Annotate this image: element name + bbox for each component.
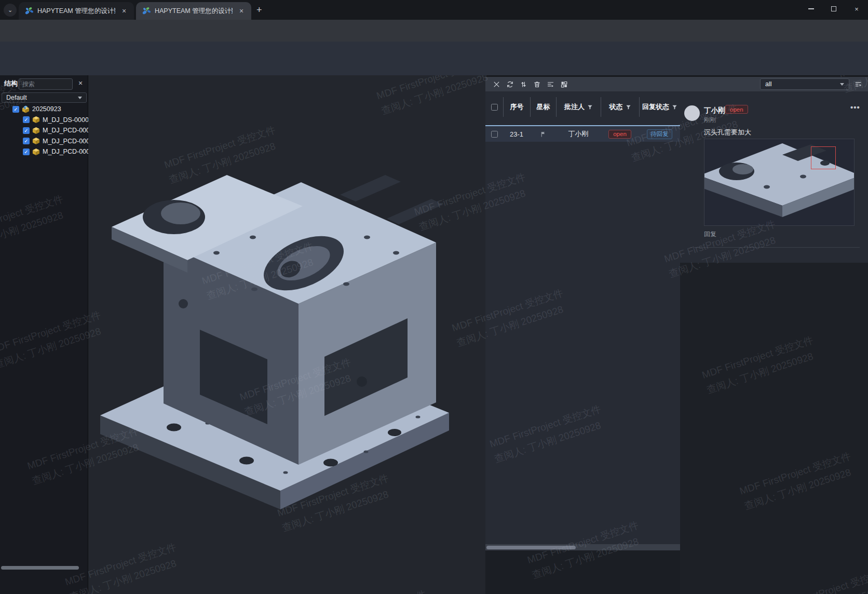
structure-sidebar: 结构 × Default ✓20250923✓M_DJ_DS-00003✓M_D… [0,75,88,594]
flag-icon[interactable] [540,131,547,138]
tree-item-label: M_DJ_PCD-0000 [43,148,88,155]
view-selector-dropdown[interactable]: Default [2,92,87,103]
part-icon [32,148,40,156]
tree-checkbox[interactable]: ✓ [12,106,19,113]
browser-tab-strip: ⌄ HAPYTEAM 管理您的设计数据 × HAPYTEAM 管理您的设计数据 … [0,0,868,20]
annotation-filter-dropdown[interactable]: all [760,78,849,90]
model-tree: ✓20250923✓M_DJ_DS-00003✓M_DJ_PCD-0000✓M_… [0,104,88,157]
annotation-toolbar: all [485,77,868,91]
part-icon [32,116,40,124]
refresh-icon[interactable] [506,80,514,88]
filter-value: all [765,80,772,88]
app-header: HAPYTEAM | 3dmViewer [0,42,868,75]
column-header[interactable]: 回复状态 [639,97,680,117]
tree-checkbox[interactable]: ✓ [23,148,30,155]
column-header[interactable]: 星标 [530,97,556,117]
row-seq: 23-1 [510,130,523,138]
row-reply-badge: 待回复 [647,129,672,139]
table-hscrollbar-thumb[interactable] [486,546,576,549]
divider [690,247,860,248]
status-badge: open [725,105,748,114]
new-tab-button[interactable]: + [256,5,262,16]
tab-title: HAPYTEAM 管理您的设计数据 [155,7,233,16]
annotation-table: 序号星标批注人状态回复状态 23-1丁小刚open待回复 [485,91,680,544]
sort-icon[interactable] [520,80,527,88]
more-options-icon[interactable]: ••• [850,103,860,112]
window-minimize-button[interactable] [799,0,822,18]
hapyteam-favicon [25,7,33,15]
detail-panel-lower [680,263,868,594]
column-label: 星标 [537,102,550,112]
chevron-down-icon [78,97,82,99]
delete-icon[interactable] [533,80,541,88]
column-header[interactable]: 批注人 [556,97,601,117]
cad-model-render[interactable] [96,132,480,527]
tree-checkbox[interactable]: ✓ [23,116,30,123]
annotation-marker-rect [811,146,836,169]
column-label: 序号 [510,102,524,112]
column-label: 批注人 [564,102,585,112]
browser-toolbar: ← → hapyteam.com/pyzView/133594/1/1053/4… [0,20,868,42]
reply-link[interactable]: 回复 [704,230,716,239]
sidebar-close-icon[interactable]: × [76,78,85,88]
card-view-icon[interactable] [560,80,568,88]
3d-viewport[interactable] [88,75,485,594]
tab-close-icon[interactable]: × [119,6,129,16]
annotation-snapshot[interactable] [704,139,855,226]
tree-item-label: M_DJ_PCD-0000 [43,127,88,134]
column-label: 状态 [609,102,623,112]
display-settings-icon[interactable] [855,80,862,88]
row-status-badge: open [608,130,631,139]
column-header[interactable]: 状态 [601,97,639,117]
window-maximize-button[interactable] [822,0,845,18]
view-selector-value: Default [6,94,27,101]
filter-funnel-icon[interactable] [672,104,677,110]
chevron-down-icon [840,83,844,86]
sidebar-title: 结构 [4,79,18,88]
search-input[interactable] [19,78,73,90]
tree-item-label: M_DJ_PCD-0000 [43,138,88,145]
part-icon [32,127,40,134]
tree-item[interactable]: ✓M_DJ_DS-00003 [0,115,88,126]
browser-tab-2-active[interactable]: HAPYTEAM 管理您的设计数据 × [136,2,251,20]
avatar [684,105,700,121]
column-header[interactable]: 序号 [503,97,530,117]
tree-item[interactable]: ✓M_DJ_PCD-0000 [0,136,88,147]
tree-checkbox[interactable]: ✓ [23,127,30,134]
annotation-author: 丁小刚 [704,106,725,115]
tree-item[interactable]: ✓M_DJ_PCD-0000 [0,146,88,157]
annotation-row[interactable]: 23-1丁小刚open待回复 [485,126,680,142]
tab-title: HAPYTEAM 管理您的设计数据 [37,7,115,16]
sidebar-hscrollbar-thumb[interactable] [1,566,79,570]
annotation-detail-card: 丁小刚 open ••• 刚刚 沉头孔需要加大 回复 [680,91,868,263]
window-close-button[interactable]: × [845,0,868,18]
list-view-icon[interactable] [547,80,554,88]
tree-checkbox[interactable]: ✓ [23,138,30,144]
assembly-icon [22,105,30,113]
hapyteam-favicon [142,7,151,15]
filter-funnel-icon[interactable] [587,104,593,110]
tree-item[interactable]: ✓20250923 [0,104,88,115]
row-author: 丁小刚 [568,129,589,139]
row-checkbox[interactable] [491,131,498,138]
tree-item-label: M_DJ_DS-00003 [43,116,88,124]
annotation-comment: 沉头孔需要加大 [704,128,751,137]
filter-funnel-icon[interactable] [626,104,631,110]
tab-close-icon[interactable]: × [237,6,246,16]
select-all-checkbox[interactable] [491,104,498,111]
column-label: 回复状态 [642,102,669,112]
close-icon[interactable] [493,80,500,88]
part-icon [32,137,40,145]
tab-search-button[interactable]: ⌄ [4,4,17,17]
table-bottom-area [485,550,680,594]
table-header-row: 序号星标批注人状态回复状态 [485,91,680,119]
tree-item-label: 20250923 [32,105,61,113]
tree-item[interactable]: ✓M_DJ_PCD-0000 [0,125,88,136]
annotation-time: 刚刚 [704,116,716,124]
browser-tab-1[interactable]: HAPYTEAM 管理您的设计数据 × [19,2,134,20]
